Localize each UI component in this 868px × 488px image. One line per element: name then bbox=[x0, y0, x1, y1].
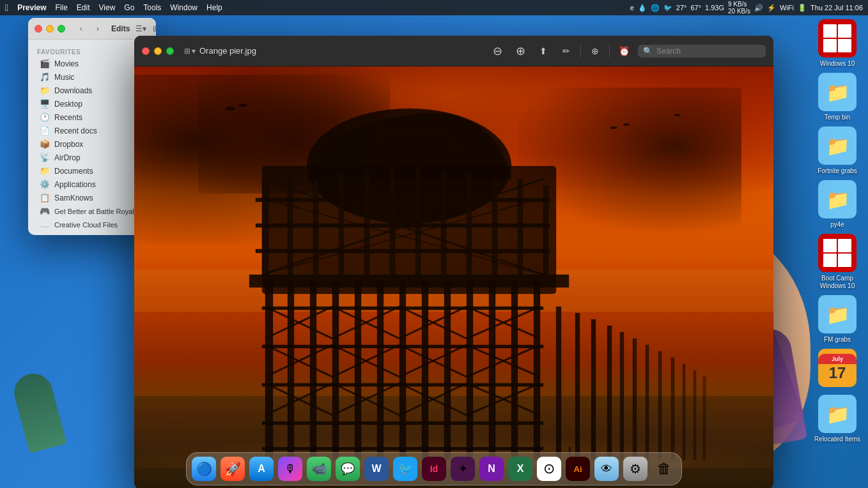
svg-rect-7 bbox=[364, 169, 369, 275]
menubar-temp: 27° bbox=[676, 4, 687, 11]
share-button[interactable]: ⬆ bbox=[534, 42, 552, 60]
dock-item-finder[interactable]: 🔵 bbox=[190, 455, 217, 482]
boot-camp-icon-img bbox=[818, 234, 856, 272]
dock-item-preferences[interactable]: ⚙ bbox=[622, 455, 649, 482]
search-input[interactable] bbox=[656, 47, 761, 56]
menu-help[interactable]: Help bbox=[206, 3, 222, 12]
documents-icon: 📁 bbox=[40, 166, 50, 176]
search-icon: 🔍 bbox=[643, 47, 653, 56]
back-button[interactable]: ‹ bbox=[74, 22, 88, 36]
dock-item-trash[interactable]: 🗑 bbox=[651, 455, 678, 482]
apple-menu[interactable]:  bbox=[5, 3, 8, 13]
menubar-water-icon[interactable]: 💧 bbox=[638, 4, 647, 12]
menu-view[interactable]: View bbox=[99, 3, 116, 12]
temp-bin-icon-img: 📁 bbox=[818, 73, 856, 111]
svg-rect-73 bbox=[683, 364, 685, 460]
finder-nav: ‹ › bbox=[74, 22, 105, 36]
more-tools-button[interactable]: ⊕ bbox=[586, 42, 604, 60]
samknows-icon: 📋 bbox=[40, 193, 50, 202]
preview-search-bar[interactable]: 🔍 bbox=[638, 45, 766, 57]
maximize-button[interactable] bbox=[58, 25, 65, 33]
grid-view-icon[interactable]: ⊞ bbox=[149, 22, 156, 36]
menubar-memory: 1.93G bbox=[705, 4, 724, 11]
dock-item-chrome[interactable]: ⊙ bbox=[536, 455, 562, 482]
music-icon: 🎵 bbox=[40, 72, 50, 82]
menubar-volume-icon[interactable]: 🔊 bbox=[754, 4, 763, 12]
dock: 🔵 🚀 A 🎙 📹 � bbox=[186, 452, 682, 485]
dock-item-excel[interactable]: X bbox=[507, 455, 534, 482]
applications-icon: ⚙️ bbox=[40, 179, 50, 189]
dock-item-messages[interactable]: 💬 bbox=[334, 455, 361, 482]
history-button[interactable]: ⏰ bbox=[615, 42, 633, 60]
view-toggle-icon[interactable]: ☰▾ bbox=[134, 22, 148, 36]
menu-window[interactable]: Window bbox=[170, 3, 198, 12]
menubar-globe-icon[interactable]: 🌐 bbox=[651, 4, 660, 12]
dock-item-word[interactable]: W bbox=[363, 455, 390, 482]
annotate-button[interactable]: ✏ bbox=[557, 42, 575, 60]
desktop-icon-windows10[interactable]: Windows 10 bbox=[812, 19, 863, 68]
svg-rect-17 bbox=[256, 249, 550, 253]
desktop-icon-calendar[interactable]: July 17 bbox=[812, 349, 863, 390]
svg-rect-2 bbox=[249, 275, 569, 287]
menubar-battery-icon[interactable]: 🔋 bbox=[798, 4, 807, 12]
dock-item-facetime[interactable]: 📹 bbox=[306, 455, 332, 482]
app-menu-preview[interactable]: Preview bbox=[17, 3, 46, 12]
dropbox-icon: 📦 bbox=[40, 139, 50, 149]
zoom-out-button[interactable]: ⊖ bbox=[488, 42, 506, 60]
preview-window-controls bbox=[142, 47, 174, 55]
desktop-icon-fortnite-grabs[interactable]: 📁 Fortnite grabs bbox=[812, 126, 863, 175]
preview-view-toggle[interactable]: ⊞▾ bbox=[184, 47, 196, 56]
menubar-clock: Thu 22 Jul 11:06 bbox=[810, 4, 863, 11]
preview-window: ⊞▾ Orange pier.jpg ⊖ ⊕ ⬆ ✏ ⊕ ⏰ 🔍 bbox=[134, 36, 773, 488]
svg-rect-59 bbox=[262, 307, 543, 310]
desktop-icon-fm-grabs[interactable]: 📁 FM grabs bbox=[812, 295, 863, 344]
dock-item-indesign[interactable]: Id bbox=[421, 455, 447, 482]
menubar-bluetooth-icon[interactable]: ⚡ bbox=[767, 4, 776, 12]
svg-point-81 bbox=[238, 104, 247, 107]
menu-edit[interactable]: Edit bbox=[77, 3, 90, 12]
toolbar-divider bbox=[580, 45, 581, 57]
desktop-icon-temp-bin[interactable]: 📁 Temp bin bbox=[812, 73, 863, 121]
minimize-button[interactable] bbox=[46, 25, 54, 33]
preview-title-area: ⊞▾ Orange pier.jpg bbox=[184, 46, 256, 56]
desktop-icon-relocated[interactable]: 📁 Relocated Items bbox=[812, 395, 863, 443]
svg-point-84 bbox=[674, 114, 681, 116]
preview-minimize-button[interactable] bbox=[154, 47, 162, 55]
calendar-icon-img: July 17 bbox=[818, 349, 856, 387]
dock-item-illustrator[interactable]: Ai bbox=[564, 455, 591, 482]
dock-item-onenote[interactable]: N bbox=[478, 455, 505, 482]
fortnite-icon-img: 📁 bbox=[818, 126, 856, 165]
fm-grabs-icon-img: 📁 bbox=[818, 295, 856, 333]
dock-item-launchpad[interactable]: 🚀 bbox=[219, 455, 246, 482]
view-grid-icon: ⊞ bbox=[184, 47, 190, 56]
menu-go[interactable]: Go bbox=[124, 3, 134, 12]
svg-point-80 bbox=[225, 107, 235, 111]
relocated-label: Relocated Items bbox=[814, 436, 860, 443]
dock-item-siri[interactable]: 🎙 bbox=[277, 455, 304, 482]
menubar-browser-icon[interactable]: e bbox=[630, 4, 634, 11]
svg-rect-8 bbox=[390, 166, 395, 275]
menu-tools[interactable]: Tools bbox=[143, 3, 161, 12]
fortnite-icon: 🎮 bbox=[40, 206, 50, 216]
py4e-icon-img: 📁 bbox=[818, 180, 856, 218]
menubar-social-icon[interactable]: 🐦 bbox=[663, 4, 672, 12]
desktop-icon-boot-camp[interactable]: Boot Camp Windows 10 bbox=[812, 234, 863, 290]
dock-item-twitter[interactable]: 🐦 bbox=[392, 455, 419, 482]
forward-button[interactable]: › bbox=[91, 22, 105, 36]
dock-item-appstore[interactable]: A bbox=[248, 455, 275, 482]
zoom-in-button[interactable]: ⊕ bbox=[511, 42, 529, 60]
svg-rect-70 bbox=[646, 345, 649, 460]
desktop-icon-py4e[interactable]: 📁 py4e bbox=[812, 180, 863, 229]
svg-rect-15 bbox=[256, 198, 550, 202]
svg-rect-65 bbox=[575, 313, 580, 460]
svg-rect-71 bbox=[658, 351, 662, 460]
dock-item-preview[interactable]: 👁 bbox=[593, 455, 620, 482]
preview-maximize-button[interactable] bbox=[166, 47, 174, 55]
svg-rect-62 bbox=[262, 422, 543, 425]
preview-close-button[interactable] bbox=[142, 47, 150, 55]
creative-cloud-icon: ☁️ bbox=[40, 220, 50, 229]
menubar-wifi-icon[interactable]: WiFi bbox=[780, 4, 794, 11]
close-button[interactable] bbox=[35, 25, 42, 33]
dock-item-slack[interactable]: ✦ bbox=[449, 455, 476, 482]
menu-file[interactable]: File bbox=[56, 3, 68, 12]
